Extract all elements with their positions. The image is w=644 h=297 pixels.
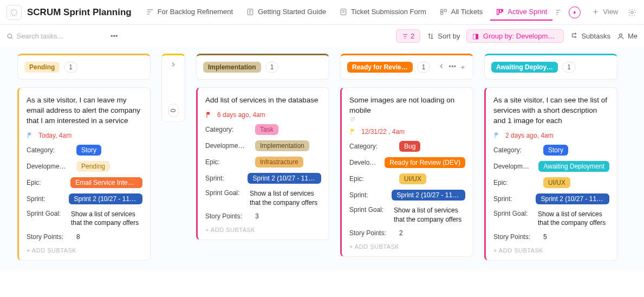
prev-page-icon[interactable]	[438, 62, 445, 72]
sort-icon	[427, 33, 434, 40]
tab-all-tickets[interactable]: All Tickets	[434, 4, 489, 21]
more-options-button[interactable]: •••	[110, 32, 118, 40]
sort-button[interactable]: Sort by	[427, 32, 460, 40]
tab-ticket[interactable]: Ticket Submission Form	[334, 4, 432, 21]
story-points-value: 5	[543, 233, 547, 241]
search-input[interactable]	[17, 32, 104, 40]
svg-point-12	[575, 33, 576, 34]
field-epic: Epic: UI/UX	[349, 173, 465, 184]
chip-sprint[interactable]: Sprint 2 (10/27 - 11/17/2…	[248, 173, 321, 184]
subtasks-button[interactable]: Subtasks	[570, 32, 610, 40]
chip-category[interactable]: Story	[543, 145, 568, 156]
chip-category[interactable]: Story	[76, 145, 101, 156]
svg-rect-3	[440, 9, 443, 11]
chip-sprint[interactable]: Sprint 2 (10/27 - 11/17/2…	[536, 193, 609, 204]
add-card-icon[interactable]: ＋	[459, 62, 466, 72]
group-by-button[interactable]: ◨ Group by: Development St…	[466, 29, 564, 43]
group-by-label: Group by: Development St…	[483, 32, 564, 40]
column-header[interactable]: Awaiting Deploy… 1	[484, 54, 617, 80]
chip-epic[interactable]: UI/UX	[543, 177, 570, 188]
add-subtask-button[interactable]: + ADD SUBTASK	[205, 227, 321, 233]
field-epic: Epic: Infrastracture	[205, 157, 321, 167]
tab-backlog[interactable]: For Backlog Refinement	[140, 4, 238, 21]
add-subtask-button[interactable]: + ADD SUBTASK	[349, 243, 465, 250]
tab-label: All Tickets	[451, 8, 483, 16]
page-title[interactable]: SCRUM Sprint Planning	[27, 7, 132, 18]
card[interactable]: As a site visitor, I can see the list of…	[484, 87, 617, 261]
tab-active-sprint[interactable]: Active Sprint	[490, 4, 552, 21]
column-status-badge: Pending	[24, 62, 60, 73]
field-category: Category: Task	[205, 124, 321, 135]
column-collapsed: 0	[161, 54, 185, 122]
search-box[interactable]	[6, 32, 104, 40]
svg-rect-8	[502, 9, 503, 11]
column-count: 0	[168, 104, 179, 118]
field-sprint-goal: Sprint Goal: Show a list of services tha…	[205, 189, 321, 208]
next-tab-button[interactable]	[569, 7, 581, 18]
field-story-points: Story Points: 2	[349, 229, 465, 237]
column-count: 1	[417, 62, 431, 73]
chip-epic[interactable]: UI/UX	[399, 173, 426, 184]
column-status-badge: Ready for Revie…	[347, 62, 413, 73]
field-epic: Epic: UI/UX	[493, 177, 609, 188]
chip-epic[interactable]: Infrastracture	[255, 157, 303, 167]
field-story-points: Story Points: 3	[205, 212, 321, 220]
column-header[interactable]: 0	[161, 54, 185, 122]
column-pending: Pending 1 As a site visitor, I can leave…	[17, 54, 151, 261]
field-category: Category: Story	[493, 145, 609, 156]
card-title: As a site visitor, I can see the list of…	[493, 95, 609, 126]
chip-dev-stage[interactable]: Implementation	[255, 140, 309, 151]
card-title: Add list of services in the database	[205, 95, 321, 106]
card-title: Some images are not loading on mobile	[349, 95, 465, 122]
column-header[interactable]: Pending 1	[17, 54, 151, 80]
svg-point-10	[8, 34, 11, 37]
field-development-stage: Developme… Ready for Review (DEV)	[349, 157, 465, 168]
add-subtask-button[interactable]: + ADD SUBTASK	[493, 247, 609, 254]
chip-dev-stage[interactable]: Pending	[76, 161, 110, 172]
column-header[interactable]: Implementation 1	[196, 54, 329, 80]
add-subtask-button[interactable]: + ADD SUBTASK	[27, 247, 142, 254]
field-story-points: Story Points: 8	[27, 233, 142, 241]
expand-icon[interactable]	[170, 61, 177, 68]
filter-button[interactable]: 2	[396, 29, 420, 43]
story-points-value: 2	[399, 229, 403, 237]
field-sprint: Sprint: Sprint 2 (10/27 - 11/17/2…	[493, 193, 609, 204]
field-category: Category: Bug	[349, 141, 465, 152]
top-nav: SCRUM Sprint Planning For Backlog Refine…	[0, 0, 644, 25]
chip-dev-stage[interactable]: Awaiting Deployment	[538, 161, 609, 172]
chip-sprint[interactable]: Sprint 2 (10/27 - 11/17/2…	[69, 193, 142, 204]
due-date: 2 days ago, 4am	[493, 132, 609, 139]
search-icon	[6, 33, 14, 40]
workspace-logo[interactable]	[6, 5, 22, 20]
svg-point-11	[575, 36, 576, 37]
field-sprint: Sprint: Sprint 2 (10/27 - 11/17/2…	[27, 193, 142, 204]
column-more-icon[interactable]: •••	[448, 62, 456, 72]
settings-icon[interactable]	[628, 8, 636, 17]
chip-dev-stage[interactable]: Ready for Review (DEV)	[385, 157, 465, 168]
tab-label: Ticket Submission Form	[351, 8, 426, 16]
card[interactable]: As a site visitor, I can leave my email …	[17, 87, 151, 261]
card-title: As a site visitor, I can leave my email …	[27, 95, 142, 126]
flag-icon	[27, 132, 34, 139]
column-status-badge: Implementation	[203, 62, 261, 73]
tabs-overflow-icon[interactable]	[555, 8, 563, 17]
chip-category[interactable]: Bug	[399, 141, 420, 152]
sort-label: Sort by	[438, 32, 460, 40]
chip-epic[interactable]: Email Service Integration	[70, 177, 142, 188]
tab-guide[interactable]: Getting Started Guide	[240, 4, 331, 21]
flag-icon	[205, 111, 213, 119]
subtasks-icon	[570, 33, 578, 40]
column-ready: Ready for Revie… 1 ••• ＋ Some images are…	[340, 54, 473, 257]
field-sprint: Sprint: Sprint 2 (10/27 - 11/17/2…	[205, 173, 321, 184]
card[interactable]: Add list of services in the database 6 d…	[196, 87, 329, 240]
column-count: 1	[265, 62, 279, 73]
chip-category[interactable]: Task	[255, 124, 278, 135]
card[interactable]: Some images are not loading on mobile 12…	[340, 87, 473, 257]
flag-icon	[493, 132, 501, 139]
field-story-points: Story Points: 5	[493, 233, 609, 241]
column-header[interactable]: Ready for Revie… 1 ••• ＋	[340, 54, 473, 80]
filter-count: 2	[411, 32, 414, 40]
me-filter-button[interactable]: Me	[617, 32, 638, 40]
chip-sprint[interactable]: Sprint 2 (10/27 - 11/17/2…	[392, 190, 465, 201]
add-view-button[interactable]: ＋ View	[586, 3, 623, 21]
